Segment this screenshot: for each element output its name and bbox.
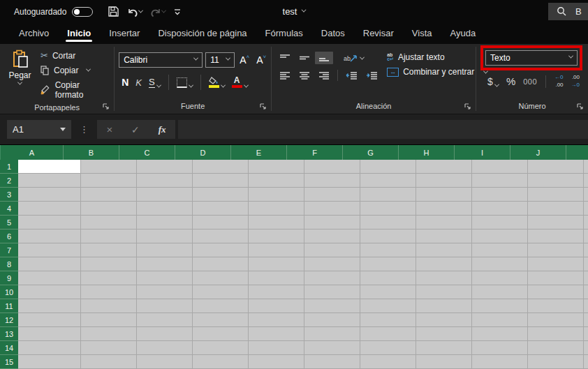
cell-A6[interactable] <box>18 229 81 243</box>
cell-A4[interactable] <box>18 202 81 216</box>
undo-dropdown-chevron[interactable] <box>138 8 143 13</box>
tab-ayuda[interactable]: Ayuda <box>441 24 485 44</box>
cell-D3[interactable] <box>193 188 249 202</box>
cell-D4[interactable] <box>193 202 249 216</box>
align-right-button[interactable] <box>315 69 333 82</box>
merge-center-button[interactable]: ↔ Combinar y centrar <box>387 67 487 77</box>
cell-J14[interactable] <box>528 341 584 355</box>
cell-H14[interactable] <box>416 341 472 355</box>
cell-J10[interactable] <box>528 285 584 299</box>
format-painter-button[interactable]: Copiar formato <box>38 80 111 100</box>
cell-I7[interactable] <box>472 243 528 257</box>
cell-D11[interactable] <box>193 299 249 313</box>
cell-G6[interactable] <box>360 229 416 243</box>
column-header-E[interactable]: E <box>231 145 287 160</box>
cell-C4[interactable] <box>137 202 193 216</box>
cell-I9[interactable] <box>472 271 528 285</box>
decrease-indent-button[interactable] <box>342 69 361 82</box>
cell-F2[interactable] <box>304 174 360 188</box>
cell-B10[interactable] <box>81 285 137 299</box>
cell-A5[interactable] <box>18 216 81 229</box>
customize-qat-button[interactable] <box>170 6 184 18</box>
cell-B9[interactable] <box>81 271 137 285</box>
cell-C6[interactable] <box>137 229 193 243</box>
cell-E4[interactable] <box>249 202 304 216</box>
cell-H2[interactable] <box>416 174 472 188</box>
cell-G15[interactable] <box>360 355 416 369</box>
column-header-A[interactable]: A <box>1 145 64 160</box>
cell-H11[interactable] <box>416 299 472 313</box>
cell-J9[interactable] <box>528 271 584 285</box>
cell-J11[interactable] <box>528 299 584 313</box>
cell-K3[interactable] <box>584 188 588 202</box>
cell-B11[interactable] <box>81 299 137 313</box>
cell-H10[interactable] <box>416 285 472 299</box>
tab-revisar[interactable]: Revisar <box>354 24 403 44</box>
cell-G1[interactable] <box>360 160 416 174</box>
cell-D5[interactable] <box>193 216 249 229</box>
cell-G7[interactable] <box>360 243 416 257</box>
cell-I11[interactable] <box>472 299 528 313</box>
cell-C9[interactable] <box>137 271 193 285</box>
cell-F7[interactable] <box>304 243 360 257</box>
save-button[interactable] <box>105 4 122 19</box>
cell-K4[interactable] <box>584 202 588 216</box>
cell-C12[interactable] <box>137 313 193 327</box>
cell-J6[interactable] <box>528 229 584 243</box>
cell-F6[interactable] <box>304 229 360 243</box>
row-header-2[interactable]: 2 <box>0 174 18 188</box>
paste-dropdown-chevron[interactable] <box>17 80 22 85</box>
cell-J7[interactable] <box>528 243 584 257</box>
borders-button[interactable] <box>174 76 196 89</box>
percent-button[interactable]: % <box>504 74 518 89</box>
currency-button[interactable]: $ <box>485 75 501 89</box>
cell-J5[interactable] <box>528 216 584 229</box>
align-left-button[interactable] <box>276 69 294 82</box>
cell-E6[interactable] <box>249 229 304 243</box>
cell-F3[interactable] <box>304 188 360 202</box>
cell-F15[interactable] <box>304 355 360 369</box>
cell-I2[interactable] <box>472 174 528 188</box>
cell-B13[interactable] <box>81 327 137 341</box>
cell-F11[interactable] <box>304 299 360 313</box>
cell-K6[interactable] <box>584 229 588 243</box>
cell-C3[interactable] <box>137 188 193 202</box>
fill-color-button[interactable] <box>206 75 228 89</box>
cell-G2[interactable] <box>360 174 416 188</box>
autosave-control[interactable]: Autoguardado <box>14 7 93 17</box>
cell-E1[interactable] <box>249 160 304 174</box>
cell-H7[interactable] <box>416 243 472 257</box>
column-header-H[interactable]: H <box>399 145 455 160</box>
increase-indent-button[interactable] <box>362 69 381 82</box>
cell-H8[interactable] <box>416 257 472 271</box>
autosave-toggle[interactable] <box>72 7 93 17</box>
cell-H15[interactable] <box>416 355 472 369</box>
formula-input[interactable] <box>178 120 588 139</box>
cell-D13[interactable] <box>193 327 249 341</box>
cell-E5[interactable] <box>249 216 304 229</box>
cell-K15[interactable] <box>584 355 588 369</box>
decrease-decimal-button[interactable]: .00 →0 <box>568 73 582 89</box>
font-color-button[interactable]: A <box>229 75 251 89</box>
name-box[interactable]: A1 <box>7 120 71 139</box>
cell-K12[interactable] <box>584 313 588 327</box>
cell-G11[interactable] <box>360 299 416 313</box>
cell-D9[interactable] <box>193 271 249 285</box>
cell-I1[interactable] <box>472 160 528 174</box>
cell-E14[interactable] <box>249 341 304 355</box>
cell-K11[interactable] <box>584 299 588 313</box>
cell-F13[interactable] <box>304 327 360 341</box>
cell-I5[interactable] <box>472 216 528 229</box>
cell-B12[interactable] <box>81 313 137 327</box>
tab-vista[interactable]: Vista <box>403 24 441 44</box>
cell-D1[interactable] <box>193 160 249 174</box>
tab-inicio[interactable]: Inicio <box>58 24 100 44</box>
cell-A15[interactable] <box>18 355 81 369</box>
font-dialog-launcher[interactable] <box>260 103 267 110</box>
cell-J3[interactable] <box>528 188 584 202</box>
cell-I15[interactable] <box>472 355 528 369</box>
copy-dropdown-chevron[interactable] <box>86 66 91 71</box>
cell-B4[interactable] <box>81 202 137 216</box>
cell-C7[interactable] <box>137 243 193 257</box>
cell-J15[interactable] <box>528 355 584 369</box>
